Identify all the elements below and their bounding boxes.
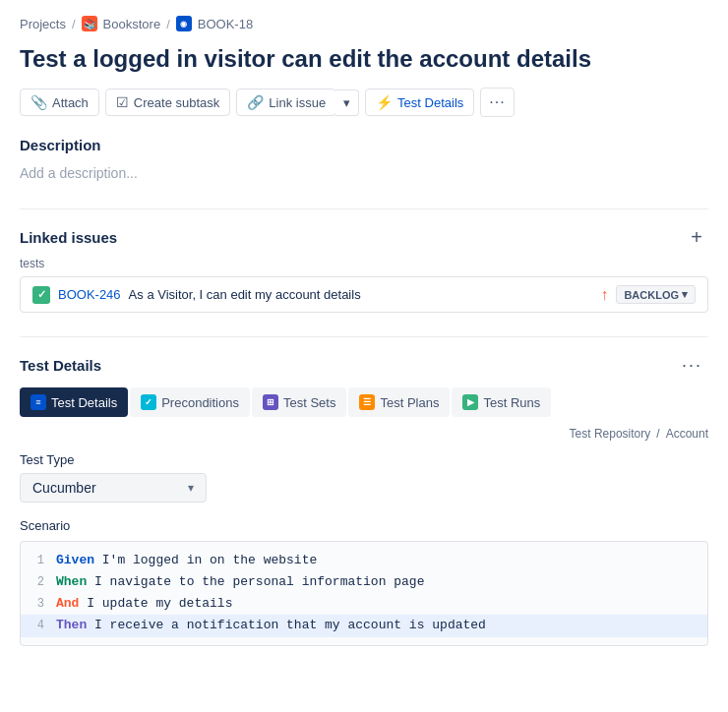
- scenario-label: Scenario: [20, 518, 708, 533]
- keyword-given: Given: [56, 553, 94, 567]
- tab-icon-test-sets: ⊞: [263, 394, 278, 410]
- repo-breadcrumb: Test Repository / Account: [20, 427, 708, 441]
- backlog-label: BACKLOG: [624, 289, 679, 301]
- add-linked-issue-button[interactable]: +: [685, 225, 708, 249]
- attach-icon: 📎: [30, 94, 47, 110]
- bookstore-icon: 📚: [82, 16, 97, 31]
- test-details-label: Test Details: [397, 95, 463, 110]
- linked-issues-header: Linked issues +: [20, 225, 708, 249]
- repo-breadcrumb-test-repository[interactable]: Test Repository: [570, 427, 651, 441]
- linked-item-summary: As a Visitor, I can edit my account deta…: [129, 287, 593, 302]
- test-details-tabs: ≡ Test Details ✓ Preconditions ⊞ Test Se…: [20, 387, 708, 417]
- code-line-1: 1 Given I'm logged in on the website: [21, 550, 707, 571]
- linked-issues-heading: Linked issues: [20, 229, 117, 246]
- line-content-1: Given I'm logged in on the website: [56, 550, 707, 571]
- keyword-when: When: [56, 574, 87, 589]
- code-line-2: 2 When I navigate to the personal inform…: [21, 571, 707, 593]
- linked-issues-section: Linked issues + tests ✓ BOOK-246 As a Vi…: [20, 225, 708, 313]
- code-line-3: 3 And I update my details: [21, 593, 707, 615]
- code-line-4: 4 Then I receive a notification that my …: [21, 615, 707, 636]
- tab-test-sets[interactable]: ⊞ Test Sets: [252, 387, 346, 417]
- action-toolbar: 📎 Attach ☑ Create subtask 🔗 Link issue ▾…: [20, 88, 708, 117]
- test-type-chevron: ▾: [188, 481, 194, 495]
- book18-icon: ◉: [176, 16, 192, 31]
- tab-label-test-details: Test Details: [51, 395, 117, 410]
- tab-test-plans[interactable]: ☰ Test Plans: [348, 387, 450, 417]
- linked-item: ✓ BOOK-246 As a Visitor, I can edit my a…: [20, 276, 708, 313]
- linked-item-type-icon: ✓: [32, 286, 50, 304]
- line-text-4: I receive a notification that my account…: [87, 618, 486, 632]
- backlog-chevron: ▾: [682, 288, 688, 301]
- line-content-2: When I navigate to the personal informat…: [56, 571, 707, 593]
- scenario-code-block: 1 Given I'm logged in on the website 2 W…: [20, 541, 708, 645]
- test-type-label: Test Type: [20, 452, 708, 467]
- divider-2: [20, 336, 708, 337]
- breadcrumb-bookstore[interactable]: Bookstore: [103, 17, 161, 31]
- linked-item-key[interactable]: BOOK-246: [58, 287, 121, 302]
- test-details-header: Test Details ···: [20, 353, 708, 378]
- keyword-then: Then: [56, 618, 87, 632]
- test-details-section: Test Details ··· ≡ Test Details ✓ Precon…: [20, 353, 708, 645]
- attach-label: Attach: [52, 95, 89, 110]
- test-details-section-title: Test Details: [20, 357, 101, 374]
- tab-icon-test-runs: ▶: [462, 394, 478, 410]
- tab-label-test-runs: Test Runs: [483, 395, 540, 410]
- divider-1: [20, 208, 708, 209]
- breadcrumb-projects[interactable]: Projects: [20, 17, 66, 31]
- create-subtask-icon: ☑: [116, 94, 129, 110]
- test-details-button[interactable]: ⚡ Test Details: [365, 89, 474, 116]
- backlog-badge[interactable]: BACKLOG ▾: [616, 285, 696, 304]
- test-details-more-button[interactable]: ···: [676, 353, 708, 378]
- test-details-icon: ⚡: [376, 94, 393, 110]
- tab-icon-preconditions: ✓: [141, 394, 156, 410]
- description-heading: Description: [20, 137, 708, 153]
- line-text-1: I'm logged in on the website: [94, 553, 317, 567]
- create-subtask-label: Create subtask: [134, 95, 219, 110]
- line-content-3: And I update my details: [56, 593, 707, 615]
- line-content-4: Then I receive a notification that my ac…: [56, 615, 707, 636]
- line-text-2: I navigate to the personal information p…: [87, 574, 424, 589]
- tab-label-test-plans: Test Plans: [380, 395, 439, 410]
- link-issue-label: Link issue: [269, 95, 326, 110]
- breadcrumb-sep1: /: [72, 17, 76, 31]
- repo-breadcrumb-account[interactable]: Account: [666, 427, 708, 441]
- tab-icon-test-plans: ☰: [359, 394, 375, 410]
- description-section: Description Add a description...: [20, 137, 708, 185]
- attach-button[interactable]: 📎 Attach: [20, 89, 99, 116]
- line-num-1: 1: [21, 550, 56, 570]
- line-num-4: 4: [21, 615, 56, 635]
- test-type-select[interactable]: Cucumber ▾: [20, 473, 207, 503]
- tab-preconditions[interactable]: ✓ Preconditions: [130, 387, 250, 417]
- breadcrumb-sep2: /: [166, 17, 170, 31]
- linked-tests-label: tests: [20, 257, 708, 270]
- repo-breadcrumb-sep: /: [656, 427, 659, 441]
- tab-icon-test-details: ≡: [30, 394, 46, 410]
- test-type-value: Cucumber: [32, 480, 96, 496]
- tab-label-test-sets: Test Sets: [283, 395, 335, 410]
- issue-title: Test a logged in visitor can edit the ac…: [20, 43, 708, 74]
- chevron-down-icon: ▾: [343, 95, 350, 110]
- link-issue-button[interactable]: 🔗 Link issue: [236, 89, 336, 116]
- link-issue-dropdown[interactable]: ▾: [335, 89, 359, 116]
- breadcrumb: Projects / 📚 Bookstore / ◉ BOOK-18: [20, 16, 708, 31]
- line-text-3: I update my details: [79, 596, 232, 611]
- tab-label-preconditions: Preconditions: [161, 395, 239, 410]
- breadcrumb-book18[interactable]: BOOK-18: [198, 17, 253, 31]
- line-num-3: 3: [21, 593, 56, 614]
- description-placeholder[interactable]: Add a description...: [20, 161, 708, 185]
- priority-icon: ↑: [600, 286, 608, 304]
- create-subtask-button[interactable]: ☑ Create subtask: [105, 89, 230, 116]
- more-options-button[interactable]: ···: [480, 88, 514, 117]
- tab-test-details[interactable]: ≡ Test Details: [20, 387, 128, 417]
- line-num-2: 2: [21, 571, 56, 592]
- keyword-and: And: [56, 596, 79, 611]
- tab-test-runs[interactable]: ▶ Test Runs: [452, 387, 551, 417]
- link-icon: 🔗: [247, 94, 264, 110]
